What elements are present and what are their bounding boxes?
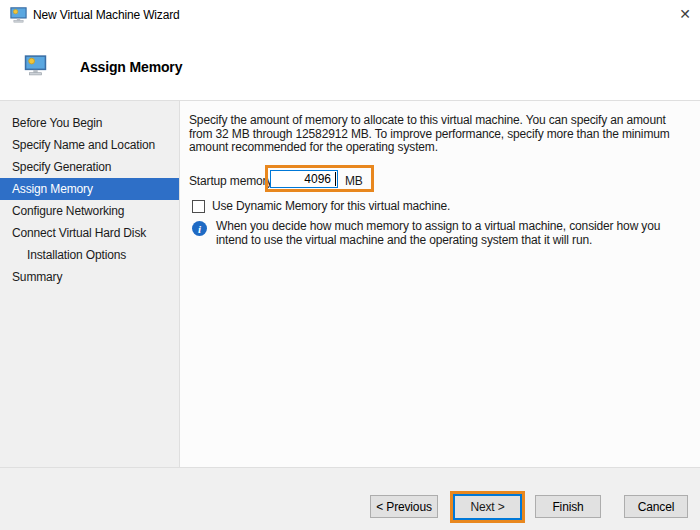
next-button-annotation-box: Next > — [450, 491, 525, 523]
sidebar-item-configure-networking[interactable]: Configure Networking — [0, 200, 179, 222]
new-vm-wizard-window: New Virtual Machine Wizard ✕ Assign Memo… — [0, 0, 700, 530]
virtual-machine-icon — [24, 55, 47, 76]
wizard-steps-list: Before You Begin Specify Name and Locati… — [0, 112, 179, 288]
intro-text: Specify the amount of memory to allocate… — [189, 114, 690, 155]
info-note-text: When you decide how much memory to assig… — [216, 220, 684, 247]
previous-button[interactable]: < Previous — [370, 495, 438, 518]
memory-unit-label: MB — [345, 174, 363, 188]
finish-button[interactable]: Finish — [535, 495, 601, 518]
sidebar-item-specify-generation[interactable]: Specify Generation — [0, 156, 179, 178]
page-title: Assign Memory — [80, 59, 182, 75]
sidebar-item-installation-options[interactable]: Installation Options — [0, 244, 179, 266]
close-icon[interactable]: ✕ — [672, 2, 698, 26]
sidebar-item-assign-memory[interactable]: Assign Memory — [0, 178, 179, 200]
startup-memory-label: Startup memory: — [189, 174, 275, 188]
window-title: New Virtual Machine Wizard — [33, 8, 180, 22]
cancel-button[interactable]: Cancel — [624, 495, 688, 518]
sidebar-item-connect-virtual-hard-disk[interactable]: Connect Virtual Hard Disk — [0, 222, 179, 244]
text-caret — [335, 172, 336, 186]
title-bar: New Virtual Machine Wizard ✕ — [0, 0, 700, 30]
assign-memory-pane: Specify the amount of memory to allocate… — [180, 101, 700, 467]
wizard-steps-sidebar: Before You Begin Specify Name and Locati… — [0, 101, 179, 467]
info-icon: i — [192, 221, 207, 236]
sidebar-item-before-you-begin[interactable]: Before You Begin — [0, 112, 179, 134]
dynamic-memory-checkbox-label: Use Dynamic Memory for this virtual mach… — [212, 199, 450, 213]
startup-memory-input[interactable] — [270, 170, 338, 188]
sidebar-item-specify-name-and-location[interactable]: Specify Name and Location — [0, 134, 179, 156]
dynamic-memory-checkbox-row[interactable]: Use Dynamic Memory for this virtual mach… — [192, 199, 450, 213]
dynamic-memory-checkbox[interactable] — [192, 200, 205, 213]
virtual-machine-icon — [10, 7, 27, 23]
sidebar-item-summary[interactable]: Summary — [0, 266, 179, 288]
next-button[interactable]: Next > — [453, 494, 522, 520]
